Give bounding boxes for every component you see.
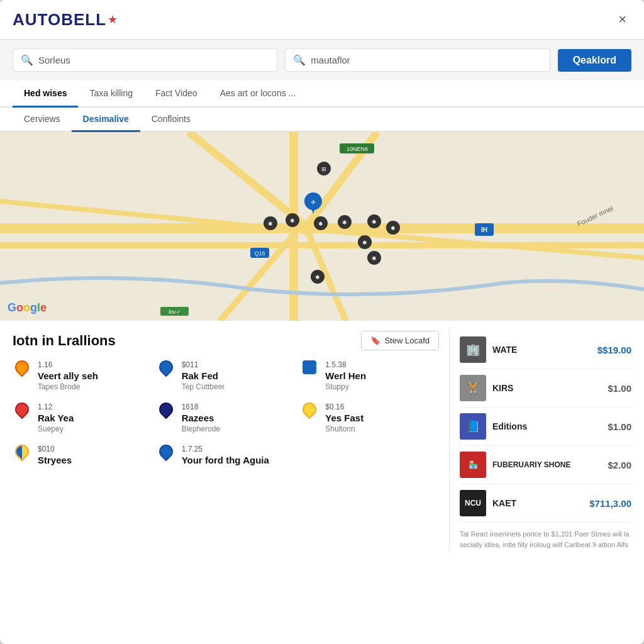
sidebar-row-editions[interactable]: 📘 Editions $1.00 [460, 408, 631, 446]
search-field-2-container: 🔍 [285, 48, 550, 72]
map-roads: IH Q15 10NEN6 [0, 132, 644, 321]
sidebar-price-kirs: $1.00 [608, 383, 631, 394]
pin-6 [300, 402, 319, 424]
result-name: Yes Fast [325, 413, 439, 423]
app-window: AUTOBELL ★ × 🔍 🔍 Qeaklord Hed wises Taxa… [0, 0, 644, 644]
list-item: $010 Stryees [13, 445, 152, 467]
search-icon-2: 🔍 [293, 54, 306, 66]
sidebar-thumb-fuberuariy: 🏪 [460, 452, 486, 478]
result-info-5: 1618 Razees Blepherode [182, 402, 296, 433]
pin-1 [13, 360, 31, 382]
sidebar-item-name-kaet: KAET [492, 498, 583, 508]
sub-tab-cerviews[interactable]: Cerviews [13, 108, 72, 132]
pin-marker-blue [156, 357, 175, 377]
bookmark-icon: 🔖 [370, 336, 380, 345]
sub-tab-desimalive[interactable]: Desimalive [72, 108, 140, 132]
sidebar-price-editions: $1.00 [608, 421, 631, 432]
sidebar-footer: Tat Reart inseninets porice to $1,201 Pa… [460, 523, 631, 550]
result-rating: $010 [38, 445, 152, 453]
pin-marker-dark-blue [156, 399, 175, 419]
pin-4 [13, 402, 31, 424]
result-name: Rak Fed [182, 370, 296, 381]
sidebar-thumb-kaet: NCU [460, 490, 486, 516]
sidebar-item-name-wate: WATE [492, 345, 591, 355]
result-sub: Tep Cuttbeer [182, 382, 296, 391]
sidebar-item-name-editions: Editions [492, 421, 601, 431]
sidebar-row-fuberuariy[interactable]: 🏪 FUBERUARIY SHONE $2.00 [460, 446, 631, 484]
result-rating: 1.12 [38, 402, 152, 411]
result-name: Your ford thg Aguia [182, 455, 296, 465]
sidebar-row-kirs[interactable]: 🏋 KIRS $1.00 [460, 369, 631, 408]
map-background: IH Q15 10NEN6 ✈ ✱ ✱ ✱ [0, 132, 644, 321]
nav-tab-taxa-killing[interactable]: Taxa killing [78, 80, 143, 108]
result-info-2: $011 Rak Fed Tep Cuttbeer [182, 360, 296, 391]
result-sub: Suepey [38, 425, 152, 433]
result-info-6: $0.16 Yes Fast Shultonn [325, 402, 439, 433]
logo-star: ★ [108, 13, 118, 26]
search-input-2[interactable] [311, 55, 541, 65]
result-sub: Stuppy [325, 382, 439, 391]
list-item: 1.5.38 Werl Hen Stuppy [300, 360, 439, 391]
pin-3 [300, 360, 319, 382]
svg-text:Q15: Q15 [254, 250, 265, 257]
results-title: Iotn in Lrallions [13, 333, 116, 349]
pin-marker-yellow-2 [12, 441, 31, 461]
sub-tab-confloints[interactable]: Confloints [140, 108, 202, 132]
sidebar-thumb-wate: 🏢 [460, 336, 486, 363]
sidebar-row-wate[interactable]: 🏢 WATE $$19.00 [460, 331, 631, 369]
pin-5 [157, 402, 175, 424]
search-input-1[interactable] [38, 55, 269, 65]
results-header: Iotn in Lrallions 🔖 Stew Locafd [13, 331, 439, 350]
results-section: Iotn in Lrallions 🔖 Stew Locafd 1.16 Vee… [0, 321, 644, 560]
search-button[interactable]: Qeaklord [558, 49, 631, 72]
title-bar: AUTOBELL ★ × [0, 0, 644, 40]
sidebar-price-fuberuariy: $2.00 [608, 460, 631, 470]
pin-marker-red [12, 399, 31, 419]
result-rating: $0.16 [325, 402, 439, 411]
result-sub: Blepherode [182, 425, 296, 433]
map-container[interactable]: IH Q15 10NEN6 ✈ ✱ ✱ ✱ [0, 132, 644, 321]
nav-tab-hed-wises[interactable]: Hed wises [13, 80, 78, 108]
google-logo: Google [8, 301, 47, 314]
nav-tab-aes-art[interactable]: Aes art or locons ... [209, 80, 308, 108]
close-button[interactable]: × [613, 9, 631, 30]
result-name: Rak Yea [38, 413, 152, 423]
result-info-4: 1.12 Rak Yea Suepey [38, 402, 152, 433]
svg-text:10NEN6: 10NEN6 [347, 146, 368, 152]
result-rating: 1618 [182, 402, 296, 411]
result-info-8: 1.7.25 Your ford thg Aguia [182, 445, 296, 467]
sidebar-item-name-kirs: KIRS [492, 383, 601, 393]
stew-label: Stew Locafd [384, 336, 430, 345]
sidebar-price-wate: $$19.00 [597, 345, 631, 355]
nav-tab-fact-video[interactable]: Fact Video [144, 80, 209, 108]
sidebar-panel: 🏢 WATE $$19.00 🏋 KIRS $1.00 📘 Editions $… [449, 331, 631, 550]
result-rating: $011 [182, 360, 296, 369]
list-item: 1618 Razees Blepherode [157, 402, 296, 433]
sidebar-item-name-fuberuariy: FUBERUARIY SHONE [492, 460, 601, 469]
stew-locafd-button[interactable]: 🔖 Stew Locafd [361, 331, 439, 350]
list-item: 1.12 Rak Yea Suepey [13, 402, 152, 433]
list-item: $0.16 Yes Fast Shultonn [300, 402, 439, 433]
sidebar-thumb-kirs: 🏋 [460, 375, 486, 401]
result-name: Veert ally seh [38, 370, 152, 381]
result-info-1: 1.16 Veert ally seh Tapes Brode [38, 360, 152, 391]
sidebar-row-kaet[interactable]: NCU KAET $711,3.00 [460, 484, 631, 523]
pin-marker-yellow [300, 399, 319, 419]
result-name: Werl Hen [325, 370, 439, 381]
result-sub: Tapes Brode [38, 382, 152, 391]
list-item: 1.16 Veert ally seh Tapes Brode [13, 360, 152, 391]
results-left: Iotn in Lrallions 🔖 Stew Locafd 1.16 Vee… [13, 331, 439, 550]
result-rating: 1.7.25 [182, 445, 296, 453]
sub-tabs: Cerviews Desimalive Confloints [0, 108, 644, 132]
pin-8 [157, 445, 175, 466]
logo: AUTOBELL ★ [13, 10, 118, 30]
pin-marker-blue-2 [156, 441, 175, 461]
result-info-3: 1.5.38 Werl Hen Stuppy [325, 360, 439, 391]
search-bar: 🔍 🔍 Qeaklord [0, 40, 644, 80]
logo-text: AUTOBELL [13, 10, 106, 30]
result-info-7: $010 Stryees [38, 445, 152, 467]
search-icon-1: 🔍 [21, 54, 33, 66]
result-name: Razees [182, 413, 296, 423]
results-grid: 1.16 Veert ally seh Tapes Brode $011 Rak… [13, 360, 439, 467]
result-sub: Shultonn [325, 425, 439, 433]
